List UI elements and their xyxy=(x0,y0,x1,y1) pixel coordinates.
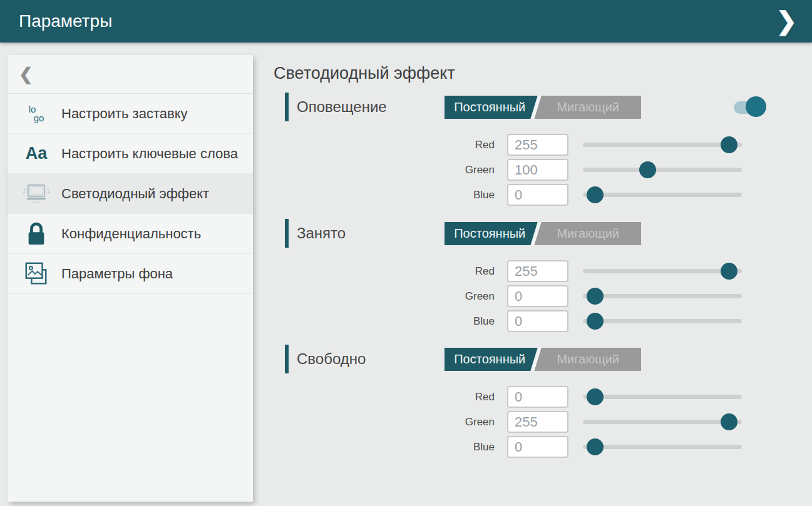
blue-label: Blue xyxy=(274,315,495,328)
red-label: Red xyxy=(274,391,495,403)
content-title: Светодиодный эффект xyxy=(274,64,455,83)
sidebar-item-label: Параметры фона xyxy=(61,265,173,283)
red-slider[interactable] xyxy=(583,134,742,156)
page-title: Параметры xyxy=(19,0,112,43)
slider-track[interactable] xyxy=(583,319,742,323)
green-label: Green xyxy=(274,290,495,303)
mode-blinking-button[interactable]: Мигающий xyxy=(535,348,641,371)
green-slider[interactable] xyxy=(583,411,742,433)
section-accent-bar xyxy=(285,93,289,121)
slider-track[interactable] xyxy=(583,395,742,399)
settings-sidebar: ❮ lo go Настроить заставку Aa Настроить … xyxy=(8,55,253,502)
mode-blinking-button[interactable]: Мигающий xyxy=(535,222,641,245)
slider-thumb[interactable] xyxy=(587,388,604,405)
mode-segmented-control: Постоянный Мигающий xyxy=(445,348,641,371)
slider-track[interactable] xyxy=(583,294,742,298)
mode-constant-button[interactable]: Постоянный xyxy=(445,222,535,245)
sidebar-item-keywords[interactable]: Aa Настроить ключевые слова xyxy=(8,134,253,174)
red-value-input[interactable] xyxy=(507,386,568,408)
section-label: Оповещение xyxy=(297,93,387,121)
sidebar-item-label: Конфиденциальность xyxy=(61,225,201,243)
blue-value-input[interactable] xyxy=(507,184,568,206)
red-label: Red xyxy=(274,265,495,278)
slider-thumb[interactable] xyxy=(721,263,737,280)
slider-track[interactable] xyxy=(583,269,742,273)
channel-row-blue: Blue xyxy=(274,310,742,332)
slider-track[interactable] xyxy=(583,445,742,449)
lock-icon xyxy=(21,221,51,247)
mode-constant-button[interactable]: Постоянный xyxy=(445,348,535,371)
section-free: Свободно Постоянный Мигающий Red Green xyxy=(274,345,774,373)
toggle-thumb xyxy=(746,96,766,117)
green-value-input[interactable] xyxy=(507,411,568,433)
notification-enable-toggle[interactable] xyxy=(734,96,766,118)
back-chevron-icon: ❮ xyxy=(19,64,33,84)
sidebar-item-privacy[interactable]: Конфиденциальность xyxy=(8,214,253,254)
slider-thumb[interactable] xyxy=(587,438,604,455)
sidebar-item-background[interactable]: Параметры фона xyxy=(8,254,253,294)
green-value-input[interactable] xyxy=(507,159,568,181)
channel-row-green: Green xyxy=(274,285,742,307)
sidebar-item-led-effect[interactable]: Светодиодный эффект xyxy=(8,174,253,214)
green-slider[interactable] xyxy=(583,159,742,181)
slider-thumb[interactable] xyxy=(587,186,604,203)
main-content: Светодиодный эффект Оповещение Постоянны… xyxy=(274,43,787,506)
blue-value-input[interactable] xyxy=(507,310,568,332)
slider-thumb[interactable] xyxy=(721,136,737,153)
sidebar-item-label: Настроить заставку xyxy=(61,105,188,123)
slider-track[interactable] xyxy=(583,143,742,147)
red-slider[interactable] xyxy=(583,386,742,408)
section-notification: Оповещение Постоянный Мигающий Red xyxy=(274,93,774,121)
channel-row-red: Red xyxy=(274,386,742,408)
images-icon xyxy=(21,261,51,287)
sidebar-item-label: Настроить ключевые слова xyxy=(61,145,238,163)
section-accent-bar xyxy=(285,219,289,248)
slider-thumb[interactable] xyxy=(587,313,604,330)
green-value-input[interactable] xyxy=(507,285,568,307)
logo-icon: lo go xyxy=(21,105,51,123)
section-accent-bar xyxy=(285,345,289,373)
sidebar-collapse-button[interactable]: ❮ xyxy=(8,55,253,94)
channel-row-green: Green xyxy=(274,411,742,433)
sidebar-item-label: Светодиодный эффект xyxy=(61,185,209,203)
slider-thumb[interactable] xyxy=(721,413,737,430)
section-busy: Занято Постоянный Мигающий Red Green xyxy=(274,219,774,248)
red-value-input[interactable] xyxy=(507,134,568,156)
channel-row-red: Red xyxy=(274,260,742,282)
section-label: Занято xyxy=(297,219,346,248)
blue-slider[interactable] xyxy=(583,436,742,458)
section-label: Свободно xyxy=(297,345,366,373)
sidebar-item-screensaver[interactable]: lo go Настроить заставку xyxy=(8,94,253,134)
slider-track[interactable] xyxy=(583,193,742,197)
app-header: Параметры ❯ xyxy=(0,0,812,43)
blue-value-input[interactable] xyxy=(507,436,568,458)
mode-segmented-control: Постоянный Мигающий xyxy=(445,222,641,245)
green-label: Green xyxy=(274,416,495,428)
blue-slider[interactable] xyxy=(583,310,742,332)
channel-row-blue: Blue xyxy=(274,184,742,206)
green-slider[interactable] xyxy=(583,285,742,307)
channel-row-green: Green xyxy=(274,159,742,181)
blue-label: Blue xyxy=(274,189,495,201)
slider-track[interactable] xyxy=(583,420,742,424)
mode-blinking-button[interactable]: Мигающий xyxy=(535,96,641,119)
mode-constant-button[interactable]: Постоянный xyxy=(445,96,535,119)
slider-track[interactable] xyxy=(583,168,742,172)
green-label: Green xyxy=(274,164,495,176)
channel-row-blue: Blue xyxy=(274,436,742,458)
red-label: Red xyxy=(274,139,495,151)
channel-row-red: Red xyxy=(274,134,742,156)
blue-slider[interactable] xyxy=(583,184,742,206)
red-slider[interactable] xyxy=(583,260,742,282)
forward-chevron-icon[interactable]: ❯ xyxy=(772,0,801,43)
slider-thumb[interactable] xyxy=(587,288,604,305)
blue-label: Blue xyxy=(274,441,495,453)
letters-icon: Aa xyxy=(21,145,51,162)
slider-thumb[interactable] xyxy=(639,161,656,178)
red-value-input[interactable] xyxy=(507,260,568,282)
mode-segmented-control: Постоянный Мигающий xyxy=(445,96,641,119)
led-display-icon xyxy=(21,182,51,206)
